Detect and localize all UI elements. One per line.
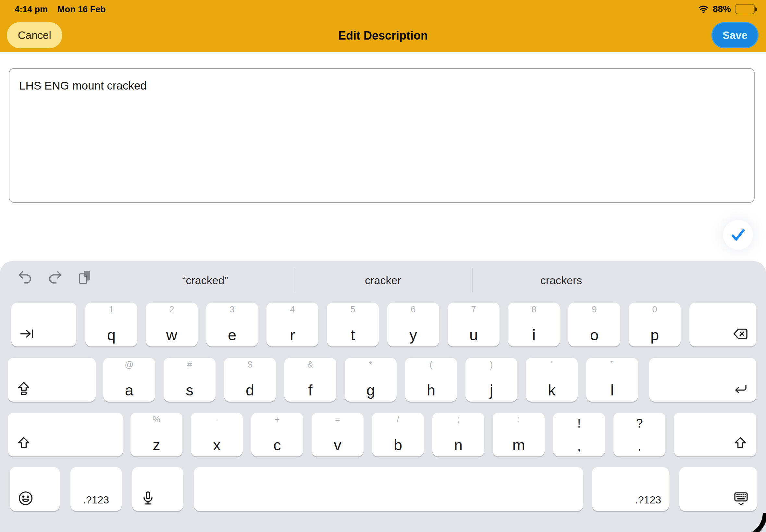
key-p[interactable]: 0p xyxy=(629,303,681,346)
key-hint: $ xyxy=(224,360,276,369)
capslock-key[interactable] xyxy=(8,358,96,402)
key-label: r xyxy=(266,327,318,343)
key-g[interactable]: *g xyxy=(345,358,397,402)
key-label: z xyxy=(130,437,182,453)
key-x[interactable]: -x xyxy=(191,413,243,456)
key-i[interactable]: 8i xyxy=(508,303,560,346)
tab-key[interactable] xyxy=(11,303,76,346)
key-exclaim-comma[interactable]: !, xyxy=(553,413,605,456)
delete-key[interactable] xyxy=(689,303,756,346)
numbers-key-right[interactable]: .?123 xyxy=(592,467,669,511)
key-u[interactable]: 7u xyxy=(448,303,500,346)
return-key[interactable] xyxy=(649,358,756,402)
key-hint: ) xyxy=(466,360,517,369)
key-label: .?123 xyxy=(635,495,661,505)
key-label: k xyxy=(526,382,578,398)
key-m[interactable]: :m xyxy=(493,413,545,456)
key-question-period[interactable]: ?. xyxy=(614,413,665,456)
key-c[interactable]: +c xyxy=(251,413,303,456)
key-label: e xyxy=(206,327,258,343)
key-hint: - xyxy=(191,415,243,424)
redo-button[interactable] xyxy=(45,267,65,287)
key-hint: 2 xyxy=(146,305,198,314)
key-hint: @ xyxy=(103,360,155,369)
keyboard-topbar: “cracked”crackercrackers xyxy=(0,261,766,303)
description-textarea[interactable]: LHS ENG mount cracked xyxy=(9,68,755,203)
undo-icon xyxy=(17,269,34,285)
key-a[interactable]: @a xyxy=(103,358,155,402)
key-label: w xyxy=(146,327,198,343)
key-e[interactable]: 3e xyxy=(206,303,258,346)
save-button[interactable]: Save xyxy=(711,22,759,48)
key-y[interactable]: 6y xyxy=(387,303,439,346)
key-label: y xyxy=(387,327,439,343)
key-hint: + xyxy=(251,415,303,424)
key-hint: # xyxy=(164,360,215,369)
mic-icon xyxy=(139,490,157,507)
emoji-icon xyxy=(17,490,34,507)
key-w[interactable]: 2w xyxy=(146,303,198,346)
key-d[interactable]: $d xyxy=(224,358,276,402)
shift-left-key[interactable] xyxy=(8,413,123,456)
battery-percent: 88% xyxy=(713,4,731,14)
date: Mon 16 Feb xyxy=(57,5,106,15)
dictation-key[interactable] xyxy=(132,467,183,511)
key-label-primary: ! xyxy=(553,417,605,429)
battery-icon xyxy=(735,4,755,14)
key-label: a xyxy=(103,382,155,398)
key-label: c xyxy=(251,437,303,453)
key-hint: ( xyxy=(405,360,457,369)
key-label-secondary: , xyxy=(553,440,605,453)
shift-icon xyxy=(732,435,749,453)
space-key[interactable] xyxy=(194,467,583,511)
key-label: g xyxy=(345,382,397,398)
emoji-key[interactable] xyxy=(10,467,60,511)
caps-icon xyxy=(15,380,32,398)
key-hint: ; xyxy=(432,415,484,424)
numbers-key-left[interactable]: .?123 xyxy=(70,467,122,511)
key-s[interactable]: #s xyxy=(164,358,215,402)
key-label: d xyxy=(224,382,276,398)
suggestion-1[interactable]: “cracked” xyxy=(137,269,273,292)
key-b[interactable]: /b xyxy=(372,413,424,456)
check-icon xyxy=(730,226,747,243)
key-hint: 8 xyxy=(508,305,560,314)
key-l[interactable]: ”l xyxy=(586,358,638,402)
key-hint: % xyxy=(130,415,182,424)
paste-button[interactable] xyxy=(75,267,95,287)
key-r[interactable]: 4r xyxy=(266,303,318,346)
suggestion-3[interactable]: crackers xyxy=(493,269,629,292)
done-check-button[interactable] xyxy=(723,220,753,250)
shift-right-key[interactable] xyxy=(674,413,756,456)
key-j[interactable]: )j xyxy=(466,358,517,402)
key-hint: 3 xyxy=(206,305,258,314)
key-label: o xyxy=(568,327,620,343)
key-h[interactable]: (h xyxy=(405,358,457,402)
key-v[interactable]: =v xyxy=(311,413,363,456)
key-label: h xyxy=(405,382,457,398)
return-icon xyxy=(732,380,749,398)
shift-icon xyxy=(15,435,32,453)
key-q[interactable]: 1q xyxy=(85,303,137,346)
key-o[interactable]: 9o xyxy=(568,303,620,346)
backspace-icon xyxy=(732,325,749,343)
key-label: l xyxy=(586,382,638,398)
undo-button[interactable] xyxy=(15,267,35,287)
key-z[interactable]: %z xyxy=(130,413,182,456)
header: 4:14 pm Mon 16 Feb 88% Can xyxy=(0,0,766,52)
suggestion-2[interactable]: cracker xyxy=(315,269,451,292)
key-label: .?123 xyxy=(70,495,122,505)
key-label: b xyxy=(372,437,424,453)
wifi-icon xyxy=(698,5,709,14)
key-label: q xyxy=(85,327,137,343)
onscreen-keyboard: “cracked”crackercrackers 1q2w3e4r5t6y7u8… xyxy=(0,261,766,532)
key-hint: & xyxy=(284,360,336,369)
key-label: t xyxy=(327,327,379,343)
status-right: 88% xyxy=(698,4,755,14)
key-n[interactable]: ;n xyxy=(432,413,484,456)
key-label-secondary: . xyxy=(614,440,665,453)
key-k[interactable]: 'k xyxy=(526,358,578,402)
suggestion-divider xyxy=(294,268,294,292)
key-f[interactable]: &f xyxy=(284,358,336,402)
key-t[interactable]: 5t xyxy=(327,303,379,346)
